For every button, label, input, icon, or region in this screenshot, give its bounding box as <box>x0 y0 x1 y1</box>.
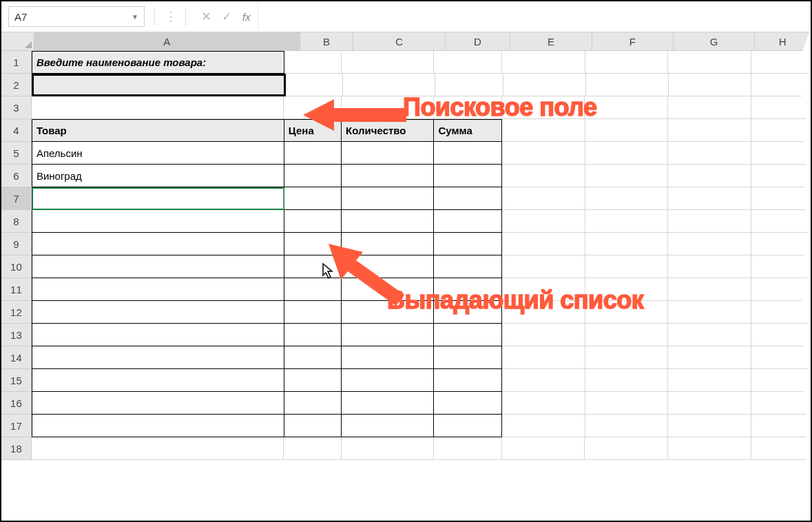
cell[interactable] <box>751 346 811 369</box>
cell[interactable] <box>585 187 669 210</box>
cell[interactable] <box>502 346 585 369</box>
cell[interactable] <box>751 142 811 165</box>
cell[interactable] <box>585 324 669 346</box>
cell[interactable] <box>284 187 342 210</box>
cell[interactable] <box>32 96 284 119</box>
cell[interactable] <box>32 346 284 369</box>
cell[interactable] <box>668 301 751 324</box>
row-header[interactable]: 4 <box>1 119 32 142</box>
cell[interactable] <box>751 187 811 210</box>
column-header-h[interactable]: H <box>755 32 811 50</box>
row-header[interactable]: 18 <box>1 437 32 460</box>
cell[interactable] <box>668 415 751 437</box>
row-header[interactable]: 6 <box>1 165 32 187</box>
cell[interactable] <box>342 165 434 187</box>
cell[interactable] <box>284 210 342 233</box>
formula-input[interactable] <box>258 1 811 32</box>
cell[interactable] <box>342 187 434 210</box>
row-header[interactable]: 1 <box>1 51 32 74</box>
cell[interactable] <box>586 74 669 96</box>
cell[interactable] <box>434 392 502 415</box>
row-header[interactable]: 15 <box>1 369 32 392</box>
cell[interactable] <box>32 415 284 437</box>
cell-a2-search-field[interactable] <box>32 74 287 96</box>
cell[interactable] <box>434 142 502 165</box>
cell[interactable] <box>502 437 585 460</box>
row-header[interactable]: 10 <box>1 255 32 278</box>
cell[interactable] <box>668 255 751 278</box>
cell[interactable] <box>668 346 751 369</box>
cell[interactable] <box>585 142 669 165</box>
row-header[interactable]: 7 <box>1 187 32 210</box>
name-box[interactable]: A7 ▼ <box>8 6 145 27</box>
cell[interactable] <box>751 119 811 142</box>
cell[interactable] <box>668 210 751 233</box>
cell[interactable] <box>32 255 284 278</box>
cell[interactable] <box>284 369 342 392</box>
row-header[interactable]: 2 <box>1 74 32 96</box>
cell[interactable] <box>585 369 669 392</box>
cell[interactable] <box>284 324 342 346</box>
cell[interactable] <box>342 392 434 415</box>
cell[interactable] <box>751 233 811 255</box>
column-header-d[interactable]: D <box>446 32 511 50</box>
column-header-a[interactable]: A <box>34 32 300 50</box>
cell[interactable] <box>342 346 434 369</box>
column-header-c[interactable]: C <box>353 32 445 50</box>
cell[interactable] <box>669 74 751 96</box>
cell[interactable] <box>751 210 811 233</box>
cell[interactable] <box>668 369 751 392</box>
column-header-b[interactable]: B <box>300 32 354 50</box>
cell[interactable] <box>751 165 811 187</box>
cell[interactable] <box>342 415 434 437</box>
cell[interactable] <box>434 165 502 187</box>
cell[interactable] <box>668 165 751 187</box>
cell[interactable] <box>668 233 751 255</box>
cell[interactable] <box>32 278 284 301</box>
cell[interactable] <box>284 51 342 74</box>
cell[interactable] <box>434 324 502 346</box>
cell[interactable] <box>668 324 751 346</box>
cell[interactable] <box>668 96 751 119</box>
cell[interactable] <box>32 210 284 233</box>
row-header[interactable]: 17 <box>1 415 32 437</box>
cell[interactable] <box>32 324 284 346</box>
row-header[interactable]: 13 <box>1 324 32 346</box>
cell[interactable] <box>751 369 811 392</box>
cell[interactable] <box>502 165 585 187</box>
cell[interactable] <box>284 142 342 165</box>
cell[interactable] <box>751 324 811 346</box>
cell[interactable] <box>751 255 811 278</box>
row-header[interactable]: 11 <box>1 278 32 301</box>
cell[interactable] <box>32 369 284 392</box>
cell[interactable] <box>585 233 669 255</box>
cell[interactable] <box>751 96 811 119</box>
cell[interactable] <box>284 437 341 460</box>
row-header[interactable]: 5 <box>1 142 32 165</box>
chevron-down-icon[interactable]: ▼ <box>132 13 138 21</box>
cell[interactable] <box>751 415 811 437</box>
column-header-g[interactable]: G <box>674 32 755 50</box>
cell[interactable] <box>668 437 751 460</box>
cell[interactable] <box>32 301 284 324</box>
cell-a5[interactable]: Апельсин <box>32 142 284 165</box>
cell[interactable] <box>585 255 669 278</box>
cell[interactable] <box>342 437 434 460</box>
cell[interactable] <box>585 165 669 187</box>
dropdown-toggle-button[interactable] <box>283 187 284 210</box>
cell[interactable] <box>585 119 669 142</box>
row-header[interactable]: 14 <box>1 346 32 369</box>
cell[interactable] <box>668 392 751 415</box>
cell[interactable] <box>434 210 502 233</box>
cell[interactable] <box>434 187 502 210</box>
cell[interactable] <box>434 255 502 278</box>
cell[interactable] <box>585 415 669 437</box>
cell[interactable] <box>751 278 811 301</box>
cell[interactable] <box>585 437 668 460</box>
cell[interactable] <box>434 233 502 255</box>
kebab-icon[interactable]: ⋮ <box>165 9 176 24</box>
cell[interactable] <box>502 324 585 346</box>
row-header[interactable]: 9 <box>1 233 32 255</box>
cell-a1[interactable]: Введите наименование товара: <box>32 51 284 74</box>
row-header[interactable]: 12 <box>1 301 32 324</box>
